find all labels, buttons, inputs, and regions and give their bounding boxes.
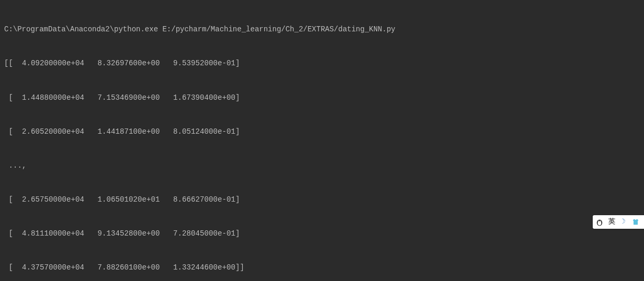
- command-line: C:\ProgramData\Anaconda2\python.exe E:/p…: [4, 24, 640, 36]
- svg-point-5: [600, 221, 601, 221]
- shirt-icon[interactable]: [631, 217, 640, 227]
- matrix-row-4: [ 2.65750000e+04 1.06501020e+01 8.666270…: [4, 194, 640, 206]
- moon-icon[interactable]: ☽: [619, 217, 628, 227]
- ime-toolbar[interactable]: 英 ☽: [593, 215, 644, 229]
- penguin-icon[interactable]: [595, 217, 604, 227]
- console-output: C:\ProgramData\Anaconda2\python.exe E:/p…: [4, 2, 640, 281]
- matrix-row-ellipsis: ...,: [4, 160, 640, 172]
- language-indicator[interactable]: 英: [607, 217, 616, 227]
- svg-point-1: [598, 221, 602, 225]
- matrix-row-1: [ 1.44880000e+04 7.15346900e+00 1.673904…: [4, 92, 640, 104]
- svg-point-4: [598, 221, 599, 221]
- matrix-row-0: [[ 4.09200000e+04 8.32697600e+00 9.53952…: [4, 58, 640, 69]
- matrix-row-2: [ 2.60520000e+04 1.44187100e+00 8.051240…: [4, 126, 640, 138]
- matrix-row-6: [ 4.37570000e+04 7.88260100e+00 1.332446…: [4, 262, 640, 274]
- matrix-row-5: [ 4.81110000e+04 9.13452800e+00 7.280450…: [4, 228, 640, 240]
